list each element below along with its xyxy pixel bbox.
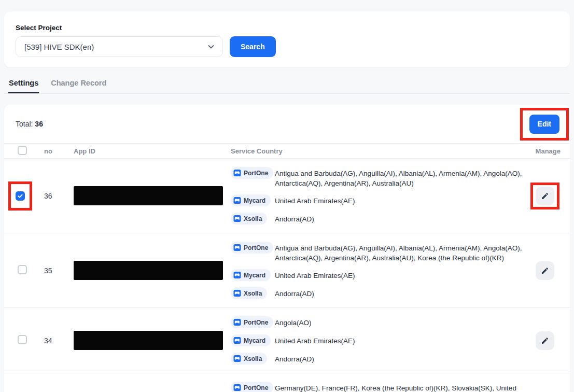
row-number: 34 — [44, 337, 74, 345]
service-entry: Mycard United Arab Emirates(AE) — [231, 334, 529, 346]
provider-badge: Mycard — [231, 269, 271, 281]
gamepad-icon — [233, 337, 241, 344]
table-row: 34 PortOne Angola(AO) Mycard United Arab… — [4, 308, 570, 373]
table-row: 36 PortOne Antigua and Barbuda(AG), Angu… — [4, 159, 570, 233]
gamepad-icon — [233, 289, 241, 297]
service-entry: Xsolla Andorra(AD) — [231, 353, 529, 365]
provider-name: PortOne — [244, 384, 268, 391]
app-id-redacted — [74, 331, 223, 350]
row-checkbox[interactable] — [18, 335, 27, 344]
tab-settings[interactable]: Settings — [8, 79, 39, 93]
page: Select Project [539] HIVE SDK(en) Search… — [0, 0, 574, 392]
service-entry: PortOne Angola(AO) — [231, 316, 529, 328]
search-button[interactable]: Search — [230, 36, 276, 57]
country-list: United Arab Emirates(AE) — [275, 334, 355, 346]
app-id-redacted — [74, 186, 223, 205]
gamepad-icon — [233, 169, 241, 177]
column-header-manage: Manage — [536, 147, 561, 155]
gamepad-icon — [233, 244, 241, 251]
edit-button[interactable]: Edit — [529, 115, 559, 134]
settings-table-panel: Total: 36 Edit no App ID Service Country… — [4, 105, 570, 392]
provider-badge: PortOne — [231, 382, 273, 392]
gamepad-icon — [233, 215, 241, 222]
pencil-icon — [541, 192, 549, 200]
tab-bar: Settings Change Record — [4, 79, 570, 94]
service-country-cell: PortOne Antigua and Barbuda(AG), Anguill… — [231, 233, 529, 307]
country-list: United Arab Emirates(AE) — [275, 194, 355, 206]
service-entry: Mycard United Arab Emirates(AE) — [231, 269, 529, 281]
provider-name: PortOne — [244, 170, 268, 177]
provider-badge: PortOne — [231, 242, 273, 254]
project-select-panel: Select Project [539] HIVE SDK(en) Search — [4, 11, 570, 67]
provider-badge: Xsolla — [231, 353, 267, 365]
project-select[interactable]: [539] HIVE SDK(en) — [16, 36, 223, 57]
service-country-cell: PortOne Antigua and Barbuda(AG), Anguill… — [231, 159, 529, 233]
country-list: Andorra(AD) — [275, 287, 314, 299]
gamepad-icon — [233, 197, 241, 204]
provider-badge: PortOne — [231, 316, 273, 328]
project-controls: [539] HIVE SDK(en) Search — [16, 36, 558, 57]
provider-name: Mycard — [244, 337, 265, 344]
chevron-down-icon — [207, 43, 215, 51]
table-toolbar: Total: 36 Edit — [4, 105, 570, 143]
column-header-app-id: App ID — [74, 147, 231, 155]
provider-name: PortOne — [244, 244, 268, 251]
tab-change-record[interactable]: Change Record — [50, 79, 107, 93]
service-country-cell: PortOne Angola(AO) Mycard United Arab Em… — [231, 308, 529, 373]
country-list: Andorra(AD) — [275, 353, 314, 364]
manage-button-highlight — [530, 183, 559, 209]
service-entry: PortOne Antigua and Barbuda(AG), Anguill… — [231, 167, 529, 188]
column-header-no: no — [44, 147, 74, 155]
provider-name: Xsolla — [244, 290, 262, 297]
provider-badge: PortOne — [231, 167, 273, 179]
provider-badge: Mycard — [231, 334, 271, 346]
table-row: 35 PortOne Antigua and Barbuda(AG), Angu… — [4, 233, 570, 308]
service-entry: PortOne Germany(DE), France(FR), Korea (… — [231, 382, 529, 392]
provider-badge: Xsolla — [231, 213, 267, 225]
check-icon — [17, 193, 23, 199]
row-checkbox-highlight — [8, 181, 32, 211]
edit-row-button[interactable] — [536, 187, 554, 205]
gamepad-icon — [233, 318, 241, 326]
pencil-icon — [541, 267, 549, 275]
provider-badge: Xsolla — [231, 287, 267, 299]
country-list: Angola(AO) — [275, 316, 312, 328]
row-checkbox[interactable] — [16, 191, 25, 201]
gamepad-icon — [233, 355, 241, 362]
service-entry: Xsolla Andorra(AD) — [231, 287, 529, 299]
provider-name: PortOne — [244, 319, 268, 326]
row-checkbox[interactable] — [18, 265, 27, 274]
gamepad-icon — [233, 271, 241, 279]
edit-row-button[interactable] — [536, 261, 554, 280]
country-list: Andorra(AD) — [275, 213, 314, 224]
total-value: 36 — [35, 120, 43, 128]
service-entry: Xsolla Andorra(AD) — [231, 213, 529, 225]
project-select-value: [539] HIVE SDK(en) — [24, 43, 94, 51]
total-label: Total: — [16, 120, 33, 128]
provider-name: Xsolla — [244, 215, 262, 222]
provider-name: Mycard — [244, 197, 265, 204]
service-country-cell: PortOne Germany(DE), France(FR), Korea (… — [231, 373, 529, 392]
app-id-redacted — [74, 261, 223, 280]
column-header-service-country: Service Country — [231, 147, 529, 155]
country-list: United Arab Emirates(AE) — [275, 269, 355, 281]
row-number: 36 — [44, 192, 74, 200]
country-list: Antigua and Barbuda(AG), Anguilla(AI), A… — [275, 167, 524, 188]
pencil-icon — [541, 337, 549, 345]
table-header: no App ID Service Country Manage — [4, 143, 570, 159]
row-number: 35 — [44, 267, 74, 275]
table-row: PortOne Germany(DE), France(FR), Korea (… — [4, 373, 570, 392]
edit-button-highlight: Edit — [520, 108, 569, 141]
service-entry: PortOne Antigua and Barbuda(AG), Anguill… — [231, 242, 529, 263]
service-entry: Mycard United Arab Emirates(AE) — [231, 194, 529, 206]
select-project-label: Select Project — [16, 24, 558, 32]
country-list: Germany(DE), France(FR), Korea (the Repu… — [275, 382, 524, 392]
provider-badge: Mycard — [231, 194, 271, 206]
provider-name: Xsolla — [244, 355, 262, 362]
country-list: Antigua and Barbuda(AG), Anguilla(AI), A… — [275, 242, 524, 263]
select-all-checkbox[interactable] — [18, 146, 27, 155]
edit-row-button[interactable] — [536, 331, 554, 350]
gamepad-icon — [233, 384, 241, 391]
provider-name: Mycard — [244, 272, 265, 279]
total-count: Total: 36 — [16, 120, 43, 128]
